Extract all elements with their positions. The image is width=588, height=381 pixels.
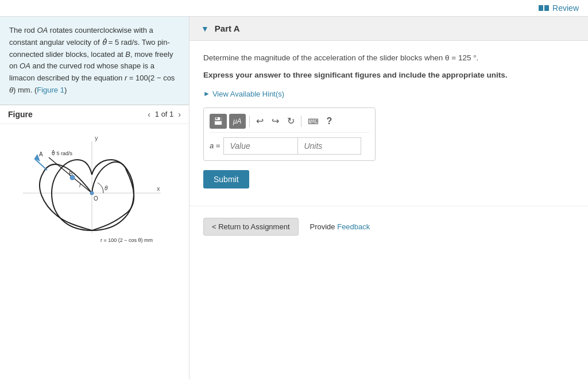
provide-feedback-button[interactable]: Provide Feedback — [310, 222, 370, 231]
return-assignment-button[interactable]: < Return to Assignment — [203, 218, 299, 236]
hint-link[interactable]: ► View Available Hint(s) — [203, 90, 574, 98]
hint-arrow-icon: ► — [203, 90, 210, 98]
svg-point-9 — [70, 175, 75, 180]
figure-canvas: x y A B — [0, 124, 189, 251]
svg-rect-19 — [215, 121, 222, 125]
submit-button[interactable]: Submit — [203, 170, 249, 188]
figure-nav-controls: ‹ 1 of 1 › — [148, 110, 181, 119]
left-panel: The rod OA rotates counterclockwise with… — [0, 17, 189, 379]
save-format-button[interactable] — [210, 114, 227, 129]
units-input[interactable] — [298, 137, 361, 155]
redo-button[interactable] — [269, 114, 282, 129]
prev-figure-button[interactable]: ‹ — [148, 110, 150, 119]
svg-text:A: A — [39, 151, 43, 157]
right-panel: ▼ Part A Determine the magnitude of the … — [189, 17, 588, 379]
svg-text:x: x — [157, 185, 160, 192]
input-row: a = — [210, 137, 369, 155]
top-bar: Review — [0, 0, 588, 17]
save-icon — [214, 117, 223, 126]
svg-rect-18 — [216, 117, 218, 119]
answer-toolbar: μA — [210, 114, 369, 133]
svg-text:r: r — [79, 182, 82, 188]
refresh-button[interactable] — [284, 114, 297, 129]
main-layout: The rod OA rotates counterclockwise with… — [0, 17, 588, 379]
keyboard-button[interactable] — [305, 114, 322, 129]
problem-text-box: The rod OA rotates counterclockwise with… — [0, 17, 189, 105]
figure-header: Figure ‹ 1 of 1 › — [0, 105, 189, 124]
mu-button[interactable]: μA — [229, 114, 246, 129]
svg-text:θ̇  5 rad/s: θ̇ 5 rad/s — [52, 150, 73, 156]
problem-text: The rod OA rotates counterclockwise with… — [9, 26, 175, 94]
svg-line-5 — [34, 159, 47, 170]
svg-point-11 — [90, 191, 94, 195]
part-header: ▼ Part A — [189, 17, 588, 41]
figure-title: Figure — [8, 110, 33, 119]
toolbar-separator-2 — [301, 116, 301, 127]
collapse-arrow-icon[interactable]: ▼ — [201, 24, 209, 33]
svg-text:θ: θ — [105, 185, 108, 191]
part-content: Determine the magnitude of the accelerat… — [189, 41, 588, 200]
answer-box: μA a = — [203, 107, 376, 161]
feedback-link-text: Feedback — [337, 222, 370, 231]
figure-nav-label: 1 of 1 — [155, 110, 174, 118]
input-label: a = — [210, 141, 220, 150]
svg-text:O: O — [94, 195, 98, 202]
value-input[interactable] — [223, 137, 298, 155]
next-figure-button[interactable]: › — [178, 110, 181, 119]
question-line2: Express your answer to three significant… — [203, 70, 574, 81]
figure-section: Figure ‹ 1 of 1 › x y — [0, 105, 189, 379]
svg-text:y: y — [95, 134, 98, 141]
part-title: Part A — [215, 24, 240, 33]
help-button[interactable] — [324, 114, 335, 129]
svg-text:r = 100 (2 − cos θ) mm: r = 100 (2 − cos θ) mm — [100, 237, 153, 243]
question-line1: Determine the magnitude of the accelerat… — [203, 52, 574, 64]
toolbar-separator — [249, 116, 250, 127]
figure-link[interactable]: Figure 1 — [37, 86, 64, 94]
undo-button[interactable] — [253, 114, 266, 129]
hint-label: View Available Hint(s) — [212, 90, 284, 98]
review-label: Review — [552, 3, 579, 13]
feedback-pre-text: Provide — [310, 222, 338, 231]
bottom-actions: < Return to Assignment Provide Feedback — [189, 206, 588, 247]
figure-svg: x y A B — [11, 130, 178, 245]
review-button[interactable]: Review — [539, 3, 579, 13]
review-icon — [539, 5, 549, 11]
